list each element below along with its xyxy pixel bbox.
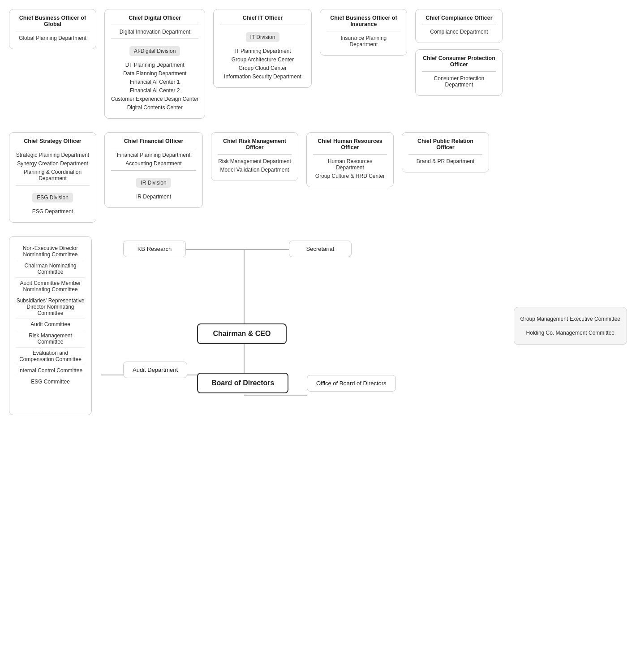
card-digital-sub-1: Data Planning Department [111,70,198,77]
card-hr: Chief Human Resources Officer Human Reso… [306,132,394,187]
board-of-directors: Board of Directors [197,373,288,393]
card-digital-division-label: AI·Digital Division [129,46,180,56]
left-item-2: Audit Committee Member Nominating Commit… [16,278,85,295]
office-board: Office of Board of Directors [307,375,396,392]
card-it: Chief IT Officer IT Division IT Planning… [213,9,312,88]
right-panel: Group Management Executive Committee Hol… [514,236,627,415]
card-it-title: Chief IT Officer [220,15,305,21]
left-item-0: Non-Executive Director Nominating Commit… [16,243,85,260]
card-strategy-dept-0: Strategic Planning Department [16,152,90,158]
left-item-8: ESG Committee [16,376,85,387]
card-consumer-title: Chief Consumer Protection Officer [422,55,496,68]
card-consumer: Chief Consumer Protection Officer Consum… [415,49,503,96]
card-it-sub-0: IT Planning Department [220,48,305,54]
chairman-ceo-label: Chairman & CEO [213,330,271,337]
card-hr-dept-0: Human Resources Department [313,158,387,171]
left-item-5: Risk Management Committee [16,330,85,348]
card-digital-dept-0: Digital Innovation Department [111,29,198,35]
card-hr-dept-1: Group Culture & HRD Center [313,173,387,179]
card-it-sub-3: Information Security Department [220,73,305,80]
card-strategy-dept-1: Synergy Creation Department [16,160,90,167]
left-item-7: Internal Control Committee [16,365,85,376]
card-global-dept-0: Global Planning Department [16,35,90,41]
card-it-sub-1: Group Architecture Center [220,56,305,63]
card-global-title: Chief Business Officer of Global [16,15,90,27]
card-digital-sub-5: Digital Contents Center [111,104,198,111]
left-item-6: Evaluation and Compensation Committee [16,348,85,365]
card-financial-sub-0: IR Department [111,194,196,200]
board-box: Board of Directors [197,368,288,398]
card-insurance: Chief Business Officer of Insurance Insu… [320,9,407,56]
card-consumer-dept-0: Consumer Protection Department [422,75,496,88]
card-strategy-title: Chief Strategy Officer [16,138,90,144]
row1: Chief Business Officer of Global Global … [9,9,627,119]
board-label: Board of Directors [211,379,274,387]
card-global: Chief Business Officer of Global Global … [9,9,96,49]
left-item-3: Subsidiaries' Representative Director No… [16,295,85,319]
card-financial: Chief Financial Officer Financial Planni… [104,132,203,208]
office-board-label: Office of Board of Directors [316,380,387,387]
secretariat-box: Secretariat [289,241,352,257]
secretariat-label: Secretariat [306,246,335,252]
card-strategy: Chief Strategy Officer Strategic Plannin… [9,132,96,223]
card-digital-title: Chief Digital Officer [111,15,198,21]
card-insurance-title: Chief Business Officer of Insurance [327,15,400,27]
left-item-4: Audit Committee [16,319,85,330]
card-risk-title: Chief Risk Management Officer [218,138,292,151]
card-compliance: Chief Compliance Officer Compliance Depa… [415,9,503,43]
left-item-1: Chairman Nominating Committee [16,260,85,278]
col-compliance: Chief Compliance Officer Compliance Depa… [415,9,503,96]
kb-research: KB Research [123,241,186,257]
card-it-division-label: IT Division [246,32,280,42]
card-financial-dept-0: Financial Planning Department [111,152,196,158]
card-strategy-dept-2: Planning & Coordination Department [16,169,90,181]
card-risk-dept-0: Risk Management Department [218,158,292,164]
center-org: KB Research Secretariat Audit Department… [101,236,505,415]
audit-dept-label: Audit Department [133,366,178,373]
row2: Chief Strategy Officer Strategic Plannin… [9,132,627,223]
card-hr-title: Chief Human Resources Officer [313,138,387,151]
card-financial-title: Chief Financial Officer [111,138,196,144]
card-digital-sub-3: Financial AI Center 2 [111,87,198,94]
card-risk-dept-1: Model Validation Department [218,167,292,173]
card-digital-sub-0: DT Planning Department [111,62,198,68]
audit-dept-box: Audit Department [123,362,187,378]
bottom-section: Non-Executive Director Nominating Commit… [9,236,627,415]
card-pr-title: Chief Public Relation Officer [408,138,482,151]
card-pr-dept-0: Brand & PR Department [408,158,482,164]
chairman-ceo: Chairman & CEO [197,323,287,344]
kb-research-label: KB Research [138,246,172,252]
group-mgmt-card: Group Management Executive Committee Hol… [514,307,627,345]
card-digital-sub-2: Financial AI Center 1 [111,79,198,85]
card-strategy-sub-0: ESG Department [16,208,90,215]
card-strategy-division-label: ESG Division [32,193,73,202]
chairman-ceo-box: Chairman & CEO [197,319,287,349]
secretariat: Secretariat [289,241,352,257]
holding-co-title: Holding Co. Management Committee [520,330,620,336]
left-panel: Non-Executive Director Nominating Commit… [9,236,92,415]
card-compliance-title: Chief Compliance Officer [422,15,496,21]
card-it-sub-2: Group Cloud Center [220,65,305,71]
audit-dept: Audit Department [123,362,187,378]
card-compliance-dept-0: Compliance Department [422,29,496,35]
card-insurance-dept-0: Insurance Planning Department [327,35,400,47]
card-pr: Chief Public Relation Officer Brand & PR… [402,132,489,172]
office-board-box: Office of Board of Directors [307,375,396,392]
kb-research-box: KB Research [123,241,186,257]
card-digital: Chief Digital Officer Digital Innovation… [104,9,205,119]
card-financial-division-label: IR Division [136,178,171,188]
card-risk: Chief Risk Management Officer Risk Manag… [211,132,298,181]
group-mgmt-title: Group Management Executive Committee [520,316,620,322]
connector-lines [101,236,505,415]
card-digital-sub-4: Customer Experience Design Center [111,96,198,102]
card-financial-dept-1: Accounting Department [111,160,196,167]
